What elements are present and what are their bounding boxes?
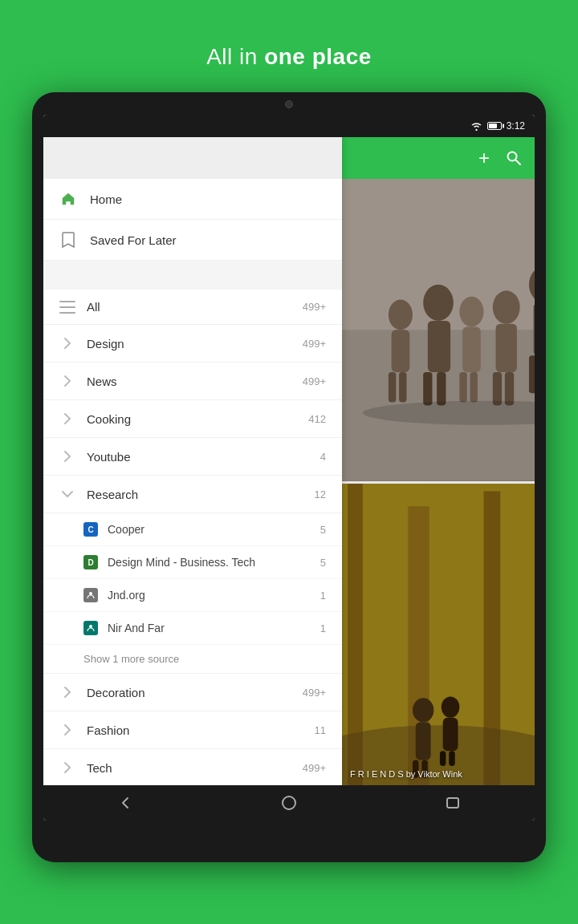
cooking-count: 412 xyxy=(308,413,326,425)
divider-1 xyxy=(43,261,342,290)
design-mind-label: Design Mind - Business. Tech xyxy=(108,556,320,569)
status-icons: 3:12 xyxy=(470,120,525,132)
svg-point-37 xyxy=(413,698,434,722)
jnd-favicon xyxy=(83,588,98,602)
photo-caption-2: F R I E N D S by Viktor Wink xyxy=(350,769,527,779)
svg-point-11 xyxy=(493,290,520,323)
bookmark-icon xyxy=(59,231,77,249)
svg-rect-13 xyxy=(493,372,502,405)
jnd-count: 1 xyxy=(320,590,326,602)
news-label: News xyxy=(87,375,303,388)
wifi-icon xyxy=(470,121,482,131)
home-label: Home xyxy=(90,192,326,206)
nir-favicon xyxy=(83,621,98,635)
back-button[interactable] xyxy=(109,787,141,819)
research-label: Research xyxy=(87,488,315,501)
children-silhouettes xyxy=(342,179,535,481)
nir-label: Nir And Far xyxy=(108,622,320,634)
chevron-right-icon-news xyxy=(59,373,75,389)
home-icon xyxy=(59,190,77,208)
sub-item-nir[interactable]: Nir And Far 1 xyxy=(43,612,342,645)
hamburger-icon xyxy=(59,301,75,314)
svg-rect-8 xyxy=(534,302,535,355)
svg-rect-12 xyxy=(496,324,517,372)
svg-rect-20 xyxy=(428,321,450,372)
header-bold-text: one place xyxy=(264,44,372,69)
tablet-screen: 3:12 Home xyxy=(43,115,535,821)
status-time: 3:12 xyxy=(507,120,525,132)
fashion-label: Fashion xyxy=(87,723,315,737)
svg-rect-18 xyxy=(470,372,478,403)
sub-item-cooper[interactable]: C Cooper 5 xyxy=(43,513,342,546)
svg-rect-24 xyxy=(392,330,410,372)
sidebar-item-home[interactable]: Home xyxy=(43,179,342,220)
sub-item-design-mind[interactable]: D Design Mind - Business. Tech 5 xyxy=(43,546,342,579)
chevron-right-icon-design xyxy=(59,335,75,351)
fashion-count: 11 xyxy=(315,724,326,736)
sidebar-item-cooking[interactable]: Cooking 412 xyxy=(43,400,342,438)
svg-point-23 xyxy=(389,300,413,330)
show-more-button[interactable]: Show 1 more source xyxy=(43,645,342,674)
all-count: 499+ xyxy=(303,301,326,313)
sub-item-jnd[interactable]: Jnd.org 1 xyxy=(43,579,342,612)
design-count: 499+ xyxy=(303,338,326,350)
status-bar: 3:12 xyxy=(43,115,535,137)
svg-rect-42 xyxy=(443,717,458,750)
svg-rect-14 xyxy=(505,372,514,405)
cooper-label: Cooper xyxy=(108,523,320,536)
saved-label: Saved For Later xyxy=(90,233,326,247)
cooper-count: 5 xyxy=(320,524,326,536)
photo-card-2[interactable]: F R I E N D S by Viktor Wink xyxy=(342,484,535,786)
sidebar-item-tech[interactable]: Tech 499+ xyxy=(43,749,342,785)
svg-rect-38 xyxy=(416,722,431,760)
decoration-label: Decoration xyxy=(87,686,303,699)
svg-point-15 xyxy=(459,297,483,327)
sidebar-item-research[interactable]: Research 12 xyxy=(43,476,342,513)
sidebar: Home Saved For Later xyxy=(43,137,342,785)
svg-point-41 xyxy=(442,696,460,717)
sidebar-item-all[interactable]: All 499+ xyxy=(43,290,342,325)
cooper-favicon: C xyxy=(83,522,98,537)
jnd-label: Jnd.org xyxy=(108,589,320,602)
main-content: + xyxy=(342,137,535,785)
svg-point-45 xyxy=(283,796,295,809)
decoration-count: 499+ xyxy=(303,687,326,699)
page-header: All in one place xyxy=(206,44,372,70)
sidebar-item-decoration[interactable]: Decoration 499+ xyxy=(43,674,342,711)
research-count: 12 xyxy=(315,488,326,500)
sidebar-item-news[interactable]: News 499+ xyxy=(43,363,342,400)
youtube-count: 4 xyxy=(320,451,326,463)
sidebar-header-bg xyxy=(43,137,342,179)
main-topbar: + xyxy=(342,137,535,179)
home-button[interactable] xyxy=(273,787,305,819)
svg-rect-17 xyxy=(459,372,466,403)
svg-rect-25 xyxy=(389,372,396,403)
battery-icon xyxy=(487,122,502,130)
forest-photo xyxy=(342,484,535,786)
svg-rect-43 xyxy=(440,751,446,766)
sidebar-item-saved[interactable]: Saved For Later xyxy=(43,220,342,261)
svg-rect-46 xyxy=(447,798,458,808)
svg-rect-21 xyxy=(423,372,432,405)
add-button[interactable]: + xyxy=(478,147,490,169)
svg-point-19 xyxy=(423,285,454,321)
svg-rect-26 xyxy=(399,372,406,403)
design-label: Design xyxy=(87,337,303,351)
svg-rect-16 xyxy=(462,326,481,371)
design-mind-favicon: D xyxy=(83,555,98,569)
tech-count: 499+ xyxy=(303,762,326,774)
sidebar-item-design[interactable]: Design 499+ xyxy=(43,325,342,363)
recent-button[interactable] xyxy=(437,787,469,819)
chevron-right-icon-cooking xyxy=(59,411,75,427)
tech-label: Tech xyxy=(87,761,303,775)
research-sub-items: C Cooper 5 D Design Mind - Business. Tec… xyxy=(43,513,342,674)
sidebar-item-youtube[interactable]: Youtube 4 xyxy=(43,438,342,476)
search-button[interactable] xyxy=(506,150,522,166)
image-grid: F R I E N D S by Viktor Wink xyxy=(342,179,535,785)
sidebar-item-fashion[interactable]: Fashion 11 xyxy=(43,711,342,749)
chevron-right-icon-decoration xyxy=(59,684,75,700)
photo-card-1[interactable] xyxy=(342,179,535,481)
cooking-label: Cooking xyxy=(87,412,308,426)
design-mind-count: 5 xyxy=(320,557,326,569)
header-text: All in one place xyxy=(206,44,372,69)
